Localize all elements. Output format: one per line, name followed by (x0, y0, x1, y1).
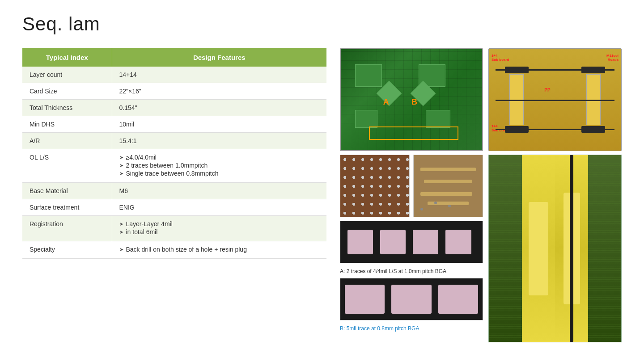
images-section: A B 1+4Sub board M11colRoads PP 1+4Sub b… (340, 48, 622, 342)
list-item: in total 6mil (119, 228, 320, 236)
diag-label-pp: PP (544, 88, 550, 93)
h-line-bot (496, 129, 614, 130)
images-top: A B 1+4Sub board M11colRoads PP 1+4Sub b… (340, 48, 622, 151)
cross-panel-3 (555, 155, 588, 342)
panel-2-rod (529, 202, 548, 295)
cross-panel-1 (489, 155, 522, 342)
cross-section-images (488, 155, 622, 342)
trace-2 (424, 180, 472, 183)
row-feature-6: M6 (112, 183, 326, 199)
pad-b-1 (345, 285, 385, 314)
trace-4 (428, 202, 469, 205)
pcb-chip-3 (355, 110, 377, 128)
table-row: OL L/S≥4.0/4.0mil2 traces between 1.0mmp… (22, 149, 326, 183)
row-index-3: Min DHS (22, 116, 112, 133)
panel-1-lines (489, 155, 522, 342)
page-title: Seq. lam (22, 13, 622, 35)
list-item: 2 traces between 1.0mmpitch (119, 162, 320, 169)
middle-row: A: 2 traces of 4/4mil L/S at 1.0mm pitch… (340, 155, 622, 342)
pcb-highlight (369, 126, 458, 140)
pad-2 (380, 230, 406, 255)
micro-traces-bg (414, 155, 483, 217)
pcb-label-b: B (411, 97, 417, 107)
list-item: ≥4.0/4.0mil (119, 154, 320, 161)
micro-images-row (340, 155, 483, 217)
caption-b: B: 5mil trace at 0.8mm pitch BGA (340, 325, 483, 332)
pcb-image: A B (340, 48, 483, 151)
pcb-chip-1 (355, 64, 382, 87)
list-item: Back drill on both size of a hole + resi… (119, 246, 320, 253)
panel-4-lines (588, 155, 621, 342)
table-row: Surface treatmentENIG (22, 199, 326, 216)
pcb-inner: A B (341, 49, 482, 150)
cross-panel-2 (522, 155, 555, 342)
row-index-0: Layer count (22, 67, 112, 83)
row-index-7: Surface treatment (22, 199, 112, 216)
pcb-label-a: A (383, 97, 389, 107)
row-feature-2: 0.154" (112, 100, 326, 116)
row-feature-0: 14+14 (112, 67, 326, 83)
table-row: RegistrationLayer-Layer 4milin total 6mi… (22, 216, 326, 241)
row-feature-7: ENIG (112, 199, 326, 216)
row-feature-5: ≥4.0/4.0mil2 traces between 1.0mmpitchSi… (112, 149, 326, 183)
micro-dots-bg (340, 155, 409, 217)
row-index-5: OL L/S (22, 149, 112, 183)
table-row: SpecialtyBack drill on both size of a ho… (22, 241, 326, 259)
caption-a: A: 2 traces of 4/4mil L/S at 1.0mm pitch… (340, 268, 483, 274)
table-section: Typical Index Design Features Layer coun… (22, 48, 326, 259)
diagram-inner: 1+4Sub board M11colRoads PP 1+4Sub board (489, 49, 621, 151)
trace-1 (420, 168, 475, 171)
specs-table: Typical Index Design Features Layer coun… (22, 48, 326, 259)
table-row: A/R15.4:1 (22, 133, 326, 149)
row-index-9: Specialty (22, 241, 112, 259)
row-index-1: Card Size (22, 83, 112, 100)
content-area: Typical Index Design Features Layer coun… (22, 48, 622, 342)
micro-traces-image (413, 155, 483, 217)
row-index-4: A/R (22, 133, 112, 149)
h-line-top (496, 69, 614, 71)
col1-header: Typical Index (22, 48, 112, 67)
diagram-image: 1+4Sub board M11colRoads PP 1+4Sub board (488, 48, 622, 151)
micro-dots-image (340, 155, 410, 217)
row-index-2: Total Thickness (22, 100, 112, 116)
pcb-chip-4 (426, 110, 450, 128)
row-feature-9: Back drill on both size of a hole + resi… (112, 241, 326, 259)
h-line-mid (496, 100, 614, 101)
trace-3 (420, 192, 472, 196)
row-feature-8: Layer-Layer 4milin total 6mil (112, 216, 326, 241)
row-index-8: Registration (22, 216, 112, 241)
cross-panel-4 (588, 155, 621, 342)
table-row: Min DHS10mil (22, 116, 326, 133)
image-b (340, 278, 483, 320)
pad-b-2 (391, 285, 431, 314)
pad-3 (413, 230, 438, 255)
pad-b-3 (438, 285, 478, 314)
pad-1 (347, 230, 373, 255)
row-feature-3: 10mil (112, 116, 326, 133)
list-item: Layer-Layer 4mil (119, 220, 320, 227)
diag-label-2: M11colRoads (606, 54, 619, 62)
row-index-6: Base Material (22, 183, 112, 199)
row-feature-4: 15.4:1 (112, 133, 326, 149)
row-feature-1: 22"×16" (112, 83, 326, 100)
table-row: Layer count14+14 (22, 67, 326, 83)
col2-header: Design Features (112, 48, 326, 67)
list-item: Single trace between 0.8mmpitch (119, 170, 320, 177)
image-a (340, 221, 483, 263)
table-row: Total Thickness0.154" (22, 100, 326, 116)
dot-3 (448, 205, 451, 207)
table-row: Base MaterialM6 (22, 183, 326, 199)
panel-3-drill (570, 155, 573, 342)
pad-4 (445, 230, 471, 255)
dot-1 (420, 208, 423, 210)
left-micro-col: A: 2 traces of 4/4mil L/S at 1.0mm pitch… (340, 155, 483, 342)
table-row: Card Size22"×16" (22, 83, 326, 100)
